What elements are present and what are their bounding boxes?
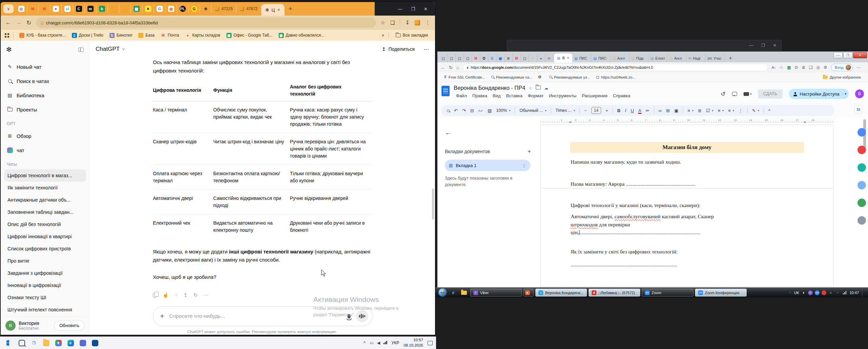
sidebar-nav-item[interactable]: Поиск в чатах	[4, 74, 86, 88]
chat-history-item[interactable]: Опис дій без технологій	[4, 218, 86, 230]
conversation-menu-icon[interactable]: ⋯	[423, 46, 429, 53]
tray-icon[interactable]: zm	[815, 290, 820, 295]
extension-icon[interactable]: ❏	[809, 65, 813, 70]
sidebar-nav-item[interactable]: ▤Библиотека	[4, 88, 86, 102]
pinned-tab[interactable]: ▤	[16, 4, 27, 13]
docs-toolbar-icon[interactable]: ✎	[752, 108, 756, 113]
extension-icon[interactable]: ◎	[816, 65, 820, 70]
back-arrow-icon[interactable]: ←	[445, 129, 536, 137]
margin-marker-icon[interactable]	[569, 120, 572, 123]
reload-icon[interactable]: ↻	[449, 65, 453, 70]
pinned-tab[interactable]: O	[480, 54, 488, 62]
favorite-item[interactable]: ▢https://us04web.zo...	[593, 75, 638, 79]
restore-icon[interactable]: ❐	[761, 43, 765, 48]
docs-toolbar-icon[interactable]: ▾	[509, 109, 510, 112]
docs-toolbar-icon[interactable]: ▧	[488, 108, 492, 113]
tray-icon[interactable]: ✕	[835, 290, 840, 295]
sidebar-nav-item[interactable]: Проекты	[4, 102, 86, 117]
tray-icon[interactable]: ▭	[370, 341, 374, 345]
downloads-icon[interactable]: ↧	[405, 20, 410, 26]
version-history-icon[interactable]: ↺	[721, 90, 725, 98]
chat-history-item[interactable]: Штучний інтелект пояснення	[4, 304, 86, 316]
comments-icon[interactable]	[732, 92, 737, 96]
bookmarks-overflow-icon[interactable]: »	[382, 33, 384, 38]
docs-toolbar-icon[interactable]: ▾	[712, 109, 713, 112]
browser-tab[interactable]: ▤ПИС	[572, 54, 591, 62]
chat-history-item[interactable]: Як замінити технології	[4, 182, 86, 194]
browser-tab[interactable]: zmУчас	[705, 54, 724, 62]
bookmark-item[interactable]: MПочта	[158, 31, 182, 39]
docs-toolbar-icon[interactable]: ▾	[692, 109, 693, 112]
restore-icon[interactable]: ❐	[411, 6, 415, 12]
docs-toolbar-icon[interactable]	[613, 107, 613, 114]
google-docs-icon[interactable]	[441, 86, 450, 96]
star-icon[interactable]: ☆	[529, 86, 532, 90]
taskbar-button[interactable]: eВероніка Бондаренк...	[535, 289, 587, 296]
taskbar-icon[interactable]	[3, 338, 16, 348]
share-access-button[interactable]: Настройки Доступа ▾	[789, 89, 849, 99]
address-bar[interactable]: ⍜ chatgpt.com/c/68e61903-d108-8328-ba18-…	[36, 18, 376, 28]
menu-item[interactable]: Расширения	[579, 93, 610, 99]
docs-toolbar-icon[interactable]: ↷	[462, 108, 466, 113]
tray-icon[interactable]	[383, 341, 387, 345]
browser-tab[interactable]: ❏Англ	[667, 54, 686, 62]
docs-toolbar-icon[interactable]: 14	[591, 107, 601, 114]
pinned-tab[interactable]: ✕	[142, 4, 154, 13]
taskbar-button[interactable]: ▣□Любимка□ - (67572)	[589, 289, 640, 296]
pinned-tab[interactable]: ✉	[545, 54, 553, 62]
docs-toolbar-icon[interactable]	[683, 107, 683, 114]
bookmark-item[interactable]: ▯Доски | Trello	[69, 31, 106, 39]
docs-toolbar-icon[interactable]: ▾	[733, 109, 734, 112]
regenerate-icon[interactable]: ↻	[193, 291, 198, 300]
docs-toolbar-icon[interactable]: ≣	[698, 108, 702, 113]
gpt-item[interactable]: чат	[4, 143, 86, 157]
docs-toolbar-icon[interactable]	[654, 107, 654, 114]
show-desktop-button[interactable]	[862, 289, 865, 297]
docs-toolbar-icon[interactable]: ▾	[545, 109, 546, 112]
taskbar-icon[interactable]: ❐	[28, 338, 40, 348]
share-message-icon[interactable]: ↥	[183, 291, 188, 300]
chat-history-item[interactable]: Завдання з цифровізації	[4, 267, 86, 279]
profile-row[interactable]: В Виктория Бесплатно Обновить	[4, 316, 86, 331]
favorite-item[interactable]: Рекомендуемые са...	[488, 75, 535, 79]
menu-item[interactable]: Файл	[454, 93, 469, 99]
clock[interactable]: 10:47	[849, 291, 859, 295]
pinned-tab[interactable]	[108, 4, 119, 13]
taskbar-button[interactable]: zmZoom	[642, 289, 693, 296]
docs-toolbar-icon[interactable]	[515, 107, 515, 114]
docs-toolbar-icon[interactable]	[579, 107, 580, 114]
thumbs-up-icon[interactable]: ☝	[162, 291, 169, 300]
attach-icon[interactable]: +	[160, 312, 164, 320]
side-app-icon[interactable]	[857, 199, 866, 207]
document-tab[interactable]: ▤ Вкладка 1 ⋮	[445, 160, 530, 171]
menu-item[interactable]: Инструменты	[547, 93, 579, 99]
pinned-tab[interactable]: cl	[62, 4, 73, 13]
docs-toolbar-icon[interactable]	[447, 108, 450, 113]
pinned-tab[interactable]: m	[85, 4, 96, 13]
start-button[interactable]	[438, 288, 447, 297]
network-signal-icon[interactable]	[843, 291, 847, 294]
docs-toolbar-icon[interactable]: I	[625, 108, 626, 113]
docs-toolbar-icon[interactable]: ✏	[646, 108, 649, 113]
taskbar-icon[interactable]	[52, 338, 64, 348]
pinned-tab[interactable]	[119, 4, 131, 13]
account-avatar[interactable]: В	[855, 89, 864, 98]
chat-history-item[interactable]: Цифрові технології в магаз...	[4, 169, 86, 182]
new-tab-button[interactable]: +	[286, 4, 295, 14]
copy-icon[interactable]	[153, 293, 157, 297]
docs-toolbar-icon[interactable]: A✓	[478, 109, 483, 112]
browser-tab[interactable]: 47672	[236, 4, 261, 13]
docs-toolbar-icon[interactable]: −	[584, 108, 587, 113]
side-app-icon[interactable]	[857, 146, 866, 154]
menu-item[interactable]: Правка	[470, 93, 490, 99]
docs-toolbar-icon[interactable]: ≡	[728, 108, 731, 113]
pinned-tab[interactable]: ▢	[448, 54, 456, 62]
docs-toolbar-icon[interactable]: ▾	[758, 109, 759, 112]
tab-options-icon[interactable]: ⋮	[522, 163, 526, 168]
tray-icon[interactable]	[822, 290, 826, 295]
back-icon[interactable]: ←	[441, 65, 445, 70]
chat-history-item[interactable]: Антикражные датчики объ...	[4, 194, 86, 206]
bookmark-item[interactable]: ●Карты складов	[182, 31, 223, 39]
extensions-icon[interactable]: ❑	[390, 20, 395, 26]
pinned-tab[interactable]: ▣	[165, 4, 177, 13]
